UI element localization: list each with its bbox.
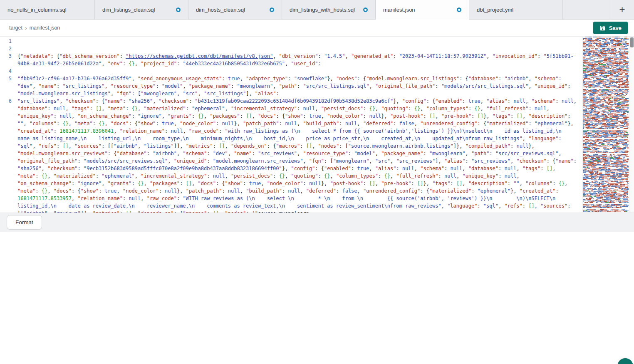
tab-dbt_project.yml[interactable]: dbt_project.yml [469, 0, 563, 19]
results-panel [0, 232, 634, 364]
code-line[interactable]: 1 [0, 37, 582, 45]
code-text[interactable]: "src_listings", "checksum": {"name": "sh… [17, 97, 582, 213]
format-bar: Format [0, 213, 634, 232]
code-line[interactable]: 3{"metadata": {"dbt_schema_version": "ht… [0, 52, 582, 67]
code-line[interactable]: 4 [0, 67, 582, 75]
tab-dim_listings_with_hosts.sql[interactable]: dim_listings_with_hosts.sql [282, 0, 376, 19]
file-toolbar: target › manifest.json Save [0, 20, 634, 37]
scrollbar-thumb[interactable] [630, 37, 634, 47]
save-button-label: Save [609, 25, 622, 31]
tab-manifest.json[interactable]: manifest.json [376, 0, 469, 20]
modified-dot-icon[interactable] [363, 7, 368, 12]
breadcrumb-file: manifest.json [30, 25, 60, 31]
tab-no_nulls_in_columns.sql[interactable]: no_nulls_in_columns.sql [0, 0, 95, 19]
breadcrumb-folder: target [9, 25, 22, 31]
save-button[interactable]: Save [593, 22, 628, 34]
line-number: 1 [0, 37, 17, 45]
format-button[interactable]: Format [7, 215, 42, 230]
tab-strip: no_nulls_in_columns.sqldim_listings_clea… [0, 0, 634, 20]
tab-label: dim_listings_with_hosts.sql [290, 7, 360, 13]
code-text[interactable] [17, 37, 582, 45]
chevron-right-icon: › [25, 25, 27, 31]
line-number: 5 [0, 75, 17, 82]
tab-label: no_nulls_in_columns.sql [7, 7, 87, 13]
editor-scrollbar[interactable] [629, 37, 634, 213]
tab-label: dim_listings_clean.sql [102, 7, 173, 13]
code-line[interactable]: 5"fbb9f3c2-cf96-4a17-b736-976a62d35ff9",… [0, 75, 582, 97]
code-text[interactable]: {"metadata": {"dbt_schema_version": "htt… [17, 52, 582, 67]
minimap[interactable] [582, 37, 629, 213]
line-number: 6 [0, 97, 17, 105]
breadcrumb: target › manifest.json [9, 25, 60, 31]
modified-dot-icon[interactable] [457, 7, 461, 12]
code-line[interactable]: 2 [0, 45, 582, 52]
tab-strip-spacer [563, 0, 610, 19]
code-text[interactable] [17, 45, 582, 52]
tab-label: manifest.json [383, 7, 453, 13]
line-number: 3 [0, 52, 17, 60]
line-number: 4 [0, 67, 17, 75]
line-number: 2 [0, 45, 17, 52]
new-tab-button[interactable]: + [610, 0, 634, 19]
save-icon [599, 25, 606, 31]
code-text[interactable]: "fbb9f3c2-cf96-4a17-b736-976a62d35ff9", … [17, 75, 582, 97]
code-editor[interactable]: 1 2 3{"metadata": {"dbt_schema_version":… [0, 37, 634, 213]
tab-dim_hosts_clean.sql[interactable]: dim_hosts_clean.sql [188, 0, 282, 19]
ide-window: no_nulls_in_columns.sqldim_listings_clea… [0, 0, 634, 364]
tab-dim_listings_clean.sql[interactable]: dim_listings_clean.sql [95, 0, 188, 19]
code-text[interactable] [17, 67, 582, 75]
code-line[interactable]: 6"src_listings", "checksum": {"name": "s… [0, 97, 582, 213]
code-lines[interactable]: 1 2 3{"metadata": {"dbt_schema_version":… [0, 37, 582, 213]
tab-label: dbt_project.yml [477, 7, 555, 13]
modified-dot-icon[interactable] [176, 7, 181, 12]
tab-label: dim_hosts_clean.sql [196, 7, 266, 13]
modified-dot-icon[interactable] [270, 7, 274, 12]
